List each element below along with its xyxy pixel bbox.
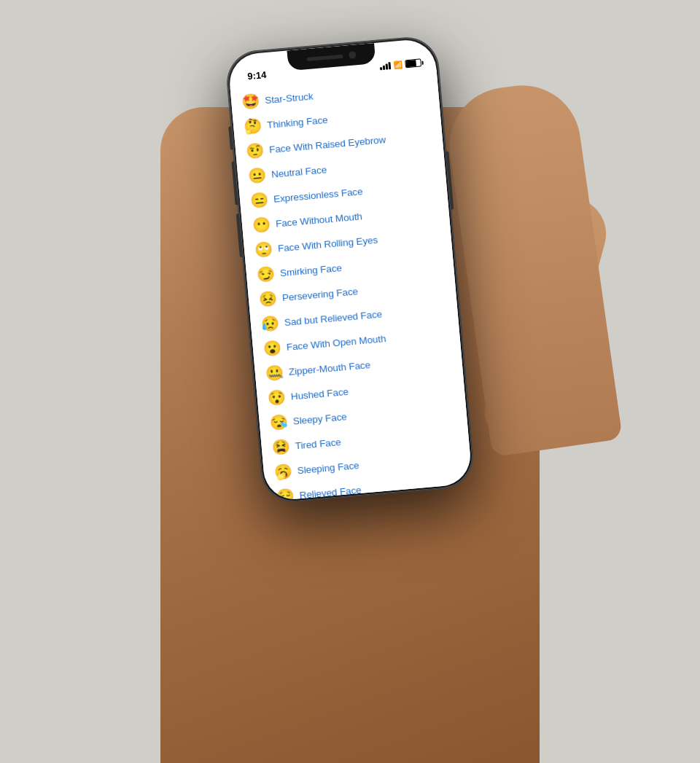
emoji-name: Sad but Relieved Face: [284, 308, 382, 328]
emoji-icon: 😥: [259, 314, 281, 333]
emoji-icon: 😐: [246, 165, 268, 184]
phone-screen: 9:14 📶: [228, 38, 472, 501]
emoji-name: Persevering Face: [281, 286, 358, 303]
emoji-name: Sleepy Face: [292, 411, 347, 426]
emoji-icon: 😶: [250, 215, 272, 234]
emoji-name: Face With Open Mouth: [286, 333, 386, 353]
emoji-name: Face With Raised Eyebrow: [269, 134, 386, 155]
emoji-icon: 🤩: [239, 92, 261, 111]
phone-frame: 9:14 📶: [225, 36, 475, 504]
emoji-name: Hushed Face: [290, 386, 349, 402]
emoji-icon: 😌: [274, 487, 296, 501]
emoji-icon: 😮: [261, 339, 283, 358]
emoji-screen-content[interactable]: 🤩Star-Struck🤔Thinking Face🤨Face With Rai…: [230, 70, 473, 502]
fingers: [442, 78, 623, 457]
emoji-name: Sleeping Face: [297, 459, 359, 475]
emoji-name: Smirking Face: [279, 262, 342, 278]
emoji-icon: 🙄: [252, 240, 274, 259]
emoji-name: Tired Face: [295, 437, 341, 451]
battery-icon: [405, 58, 421, 68]
emoji-name: Face Without Mouth: [275, 211, 362, 229]
emoji-name: Star-Struck: [265, 90, 314, 106]
emoji-name: Zipper-Mouth Face: [288, 359, 370, 377]
emoji-icon: 😣: [257, 289, 279, 308]
emoji-icon: 😯: [265, 388, 287, 407]
emoji-icon: 😪: [268, 412, 289, 431]
status-time: 9:14: [244, 69, 267, 82]
wifi-icon: 📶: [393, 60, 402, 69]
emoji-icon: 😏: [254, 265, 276, 283]
emoji-name: Neutral Face: [271, 164, 327, 180]
emoji-name: Face With Rolling Eyes: [277, 234, 378, 254]
emoji-list: 🤩Star-Struck🤔Thinking Face🤨Face With Rai…: [230, 73, 472, 502]
emoji-icon: 😑: [248, 190, 270, 209]
emoji-icon: 🤨: [244, 141, 265, 160]
front-camera: [349, 51, 357, 59]
speaker: [306, 54, 343, 60]
emoji-icon: 🤐: [263, 363, 285, 382]
scene: 9:14 📶: [0, 0, 700, 763]
emoji-icon: 😫: [270, 437, 292, 456]
emoji-name: Thinking Face: [267, 114, 328, 130]
phone-wrapper: 9:14 📶: [225, 36, 475, 504]
emoji-name: Expressionless Face: [273, 186, 362, 205]
emoji-icon: 🤔: [241, 117, 263, 136]
signal-icon: [379, 62, 391, 70]
status-icons: 📶: [379, 58, 421, 70]
emoji-icon: 🥱: [272, 462, 294, 481]
